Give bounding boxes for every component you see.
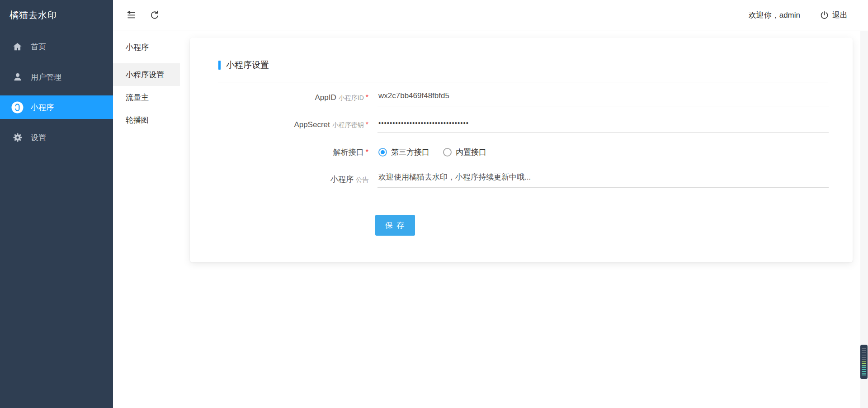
collapse-menu-icon[interactable] [125,9,137,21]
submenu-item-carousel[interactable]: 轮播图 [113,109,180,131]
sub-sidebar: 小程序 小程序设置 流量主 轮播图 [113,31,180,131]
sidebar-item-miniprogram[interactable]: 小程序 [0,95,113,119]
main-menu: 首页 用户管理 小程序 [0,35,113,149]
form-row-notice: 小程序公告 [190,170,853,189]
app-logo: 橘猫去水印 [0,0,113,30]
sidebar-item-users[interactable]: 用户管理 [0,65,113,89]
radio-builtin-api[interactable]: 内置接口 [443,147,486,157]
meter-gray-segment [862,348,866,361]
submenu-item-label: 轮播图 [126,115,149,125]
appid-input[interactable] [377,90,829,106]
appid-label: AppID小程序ID* [190,93,368,102]
meter-teal-segment [862,365,866,375]
sidebar-item-label: 设置 [31,133,46,143]
corner-meter-widget[interactable] [860,345,868,379]
card-header: 小程序设置 [190,38,853,71]
radio-label: 第三方接口 [391,147,429,157]
home-icon [11,41,24,53]
sidebar-item-settings[interactable]: 设置 [0,126,113,149]
api-label: 解析接口* [190,147,368,157]
sidebar-item-label: 用户管理 [31,72,61,82]
submenu-item-miniprogram-settings[interactable]: 小程序设置 [113,63,180,86]
power-icon [819,10,829,20]
save-button[interactable]: 保 存 [375,215,415,236]
api-radio-group: 第三方接口 内置接口 [378,147,500,157]
title-accent-bar [218,61,221,70]
notice-label: 小程序公告 [190,174,368,185]
required-asterisk: * [366,121,368,128]
submenu-item-traffic[interactable]: 流量主 [113,86,180,109]
radio-unselected-icon [443,148,452,157]
logout-label: 退出 [832,10,848,20]
form-row-api: 解析接口* 第三方接口 内置接口 [190,142,853,161]
refresh-icon[interactable] [149,9,160,21]
appsecret-label: AppSecret小程序密钥* [190,120,368,129]
appsecret-input[interactable] [377,117,829,133]
notice-input[interactable] [377,171,829,188]
top-header: 欢迎你，admin 退出 [113,0,868,30]
miniprogram-icon [11,101,24,114]
gear-icon [11,132,24,144]
form-row-appid: AppID小程序ID* [190,88,853,107]
radio-label: 内置接口 [456,147,486,157]
welcome-text: 欢迎你，admin [749,10,800,20]
meter-green-segment [862,361,866,365]
form-row-appsecret: AppSecret小程序密钥* [190,115,853,134]
logout-button[interactable]: 退出 [819,10,848,20]
settings-card: 小程序设置 AppID小程序ID* AppSecret小程序密钥* 解析接口* [190,38,853,262]
sidebar-item-label: 首页 [31,42,46,52]
main-sidebar: 橘猫去水印 首页 用户管理 [0,0,113,408]
submenu-item-label: 流量主 [126,92,149,103]
page-title: 小程序设置 [226,59,269,71]
user-icon [11,71,24,83]
miniprogram-settings-form: AppID小程序ID* AppSecret小程序密钥* 解析接口* 第三方接口 [190,82,853,236]
header-right: 欢迎你，admin 退出 [749,10,868,20]
radio-selected-icon [378,148,387,157]
sidebar-item-home[interactable]: 首页 [0,35,113,58]
required-asterisk: * [366,148,368,156]
sidebar-item-label: 小程序 [31,102,54,113]
submenu-item-label: 小程序设置 [126,70,164,80]
radio-third-party-api[interactable]: 第三方接口 [378,147,429,157]
required-asterisk: * [366,94,368,101]
submenu-title: 小程序 [113,31,180,63]
